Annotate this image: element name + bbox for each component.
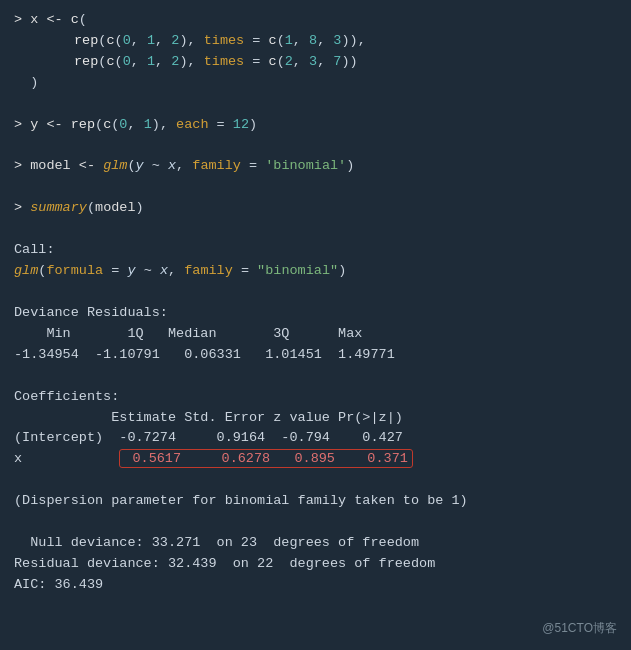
output-resid-dev: Residual deviance: 32.439 on 22 degrees …: [14, 554, 617, 575]
code-line-1: > x <- c(: [14, 10, 617, 31]
output-deviance-header: Min 1Q Median 3Q Max: [14, 324, 617, 345]
console-output: > x <- c( rep(c(0, 1, 2), times = c(1, 8…: [14, 10, 617, 596]
output-aic: AIC: 36.439: [14, 575, 617, 596]
code-line-2: rep(c(0, 1, 2), times = c(1, 8, 3)),: [14, 31, 617, 52]
code-line-4: ): [14, 73, 617, 94]
output-deviance-values: -1.34954 -1.10791 0.06331 1.01451 1.4977…: [14, 345, 617, 366]
blank-3: [14, 177, 617, 198]
output-coeff-header: Estimate Std. Error z value Pr(>|z|): [14, 408, 617, 429]
blank-6: [14, 366, 617, 387]
blank-2: [14, 136, 617, 157]
output-coeff-label: Coefficients:: [14, 387, 617, 408]
output-coeff-intercept: (Intercept) -0.7274 0.9164 -0.794 0.427: [14, 428, 617, 449]
watermark: @51CTO博客: [542, 619, 617, 638]
code-line-5: > y <- rep(c(0, 1), each = 12): [14, 115, 617, 136]
output-call-label: Call:: [14, 240, 617, 261]
code-line-3: rep(c(0, 1, 2), times = c(2, 3, 7)): [14, 52, 617, 73]
output-coeff-x: x 0.5617 0.6278 0.895 0.371: [14, 449, 617, 470]
output-dispersion: (Dispersion parameter for binomial famil…: [14, 491, 617, 512]
blank-7: [14, 470, 617, 491]
blank-1: [14, 94, 617, 115]
blank-4: [14, 219, 617, 240]
output-call-value: glm(formula = y ~ x, family = "binomial"…: [14, 261, 617, 282]
code-line-6: > model <- glm(y ~ x, family = 'binomial…: [14, 156, 617, 177]
code-line-7: > summary(model): [14, 198, 617, 219]
blank-8: [14, 512, 617, 533]
output-deviance-label: Deviance Residuals:: [14, 303, 617, 324]
output-null-dev: Null deviance: 33.271 on 23 degrees of f…: [14, 533, 617, 554]
blank-5: [14, 282, 617, 303]
